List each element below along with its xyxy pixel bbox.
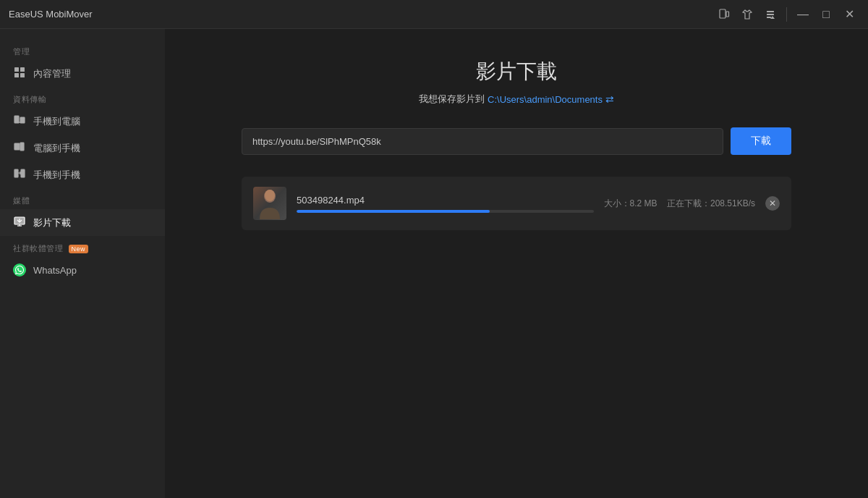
whatsapp-label: WhatsApp: [33, 265, 77, 276]
svg-rect-2: [767, 11, 774, 12]
pc-to-phone-icon: [13, 141, 26, 155]
save-path-prefix: 我想保存影片到: [419, 93, 485, 106]
progress-bar-fill: [297, 210, 490, 213]
phone-to-phone-label: 手機到手機: [33, 169, 80, 182]
pc-to-phone-label: 電腦到手機: [33, 142, 80, 155]
download-status: 正在下載：208.51KB/s: [667, 198, 755, 208]
svg-rect-17: [21, 169, 25, 177]
page-title: 影片下載: [476, 58, 557, 85]
download-meta: 大小：8.2 MB 正在下載：208.51KB/s: [604, 198, 755, 210]
app-body: 管理 內容管理 資料傳輸 手機到電腦: [0, 29, 868, 498]
download-close-btn[interactable]: ✕: [765, 196, 780, 211]
download-item: 503498244.mp4 大小：8.2 MB 正在下載：208.51KB/s …: [242, 177, 791, 230]
phone-to-pc-icon: [13, 114, 26, 128]
sidebar-item-pc-to-phone[interactable]: 電腦到手機: [0, 135, 165, 161]
download-info: 503498244.mp4: [297, 195, 594, 213]
svg-rect-0: [720, 9, 726, 18]
content-mgmt-label: 內容管理: [33, 67, 71, 80]
section-transfer-label: 資料傳輸: [0, 87, 165, 108]
titlebar: EaseUS MobiMover — □: [0, 0, 868, 29]
main-content: 影片下載 我想保存影片到 C:\Users\admin\Documents ⇄ …: [165, 29, 868, 498]
sidebar: 管理 內容管理 資料傳輸 手機到電腦: [0, 29, 165, 498]
url-row: 下載: [242, 127, 791, 155]
section-media-label: 媒體: [0, 188, 165, 209]
save-path-link[interactable]: C:\Users\admin\Documents: [488, 94, 603, 105]
minimize-btn[interactable]: —: [793, 4, 813, 25]
sidebar-item-content-mgmt[interactable]: 內容管理: [0, 60, 165, 87]
whatsapp-icon: [13, 263, 26, 277]
close-btn[interactable]: ✕: [839, 4, 859, 25]
progress-bar-bg: [297, 210, 594, 213]
sidebar-item-video-download[interactable]: 影片下載: [0, 209, 165, 236]
svg-rect-4: [767, 17, 771, 18]
section-manage-label: 管理: [0, 39, 165, 60]
svg-rect-3: [767, 14, 774, 15]
svg-rect-16: [14, 169, 18, 177]
window-controls: — □ ✕: [714, 4, 859, 25]
svg-point-24: [265, 190, 275, 201]
save-path-row: 我想保存影片到 C:\Users\admin\Documents ⇄: [419, 93, 614, 106]
save-path-arrow[interactable]: ⇄: [605, 93, 614, 105]
svg-rect-6: [14, 67, 19, 72]
svg-rect-9: [20, 73, 25, 77]
sidebar-item-phone-to-phone[interactable]: 手機到手機: [0, 161, 165, 188]
section-social-label: 社群軟體管理 New: [0, 236, 165, 257]
sidebar-item-whatsapp[interactable]: WhatsApp: [0, 257, 165, 283]
phone-to-pc-label: 手機到電腦: [33, 115, 80, 128]
video-download-icon: [13, 216, 26, 229]
device-icon-btn[interactable]: [714, 4, 734, 25]
shirt-icon-btn[interactable]: [737, 4, 757, 25]
svg-rect-8: [14, 73, 19, 77]
svg-rect-15: [20, 143, 24, 151]
dropdown-btn[interactable]: [760, 4, 780, 25]
app-title: EaseUS MobiMover: [9, 9, 93, 20]
video-thumbnail: [253, 187, 286, 220]
new-badge: New: [69, 245, 89, 253]
maximize-btn[interactable]: □: [816, 4, 836, 25]
phone-to-phone-icon: [13, 168, 26, 182]
titlebar-separator: [786, 7, 787, 22]
download-filename: 503498244.mp4: [297, 195, 594, 206]
svg-rect-7: [20, 67, 25, 72]
file-size: 大小：8.2 MB: [604, 198, 658, 208]
grid-icon: [13, 67, 26, 80]
url-input[interactable]: [242, 128, 723, 155]
sidebar-item-phone-to-pc[interactable]: 手機到電腦: [0, 108, 165, 135]
video-download-label: 影片下載: [33, 216, 71, 229]
download-button[interactable]: 下載: [731, 127, 791, 155]
svg-rect-1: [726, 12, 729, 17]
